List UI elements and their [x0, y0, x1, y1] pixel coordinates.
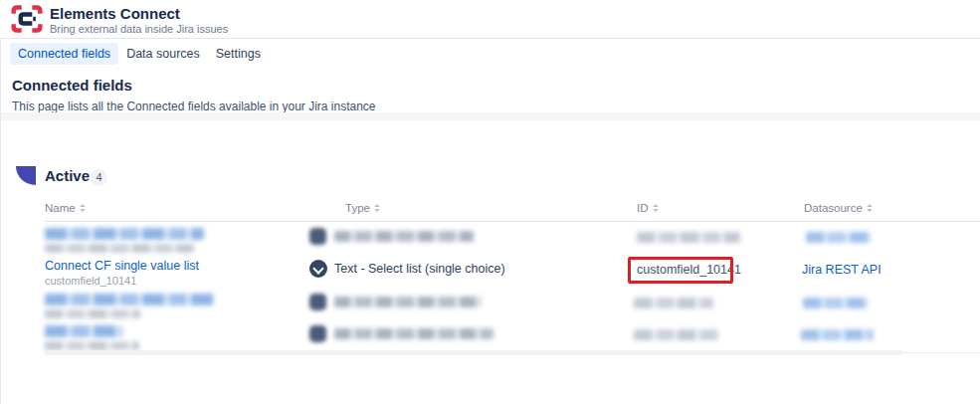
column-header-type[interactable]: Type	[345, 202, 380, 214]
table-row: Connect CF single value list customfield…	[0, 255, 980, 288]
redacted-id-text	[634, 329, 719, 340]
active-flag-icon	[16, 166, 36, 185]
tab-bar: Connected fields Data sources Settings	[1, 39, 980, 68]
table-bottom-divider	[45, 350, 902, 355]
redacted-field-name-link[interactable]	[45, 294, 214, 305]
table-bottom-divider-line	[902, 352, 980, 353]
field-id-subtext: customfield_10141	[45, 275, 136, 287]
app-tagline: Bring external data inside Jira issues	[50, 23, 228, 35]
tab-data-sources[interactable]: Data sources	[118, 43, 208, 65]
redacted-field-id-subtext	[45, 244, 194, 253]
field-type-icon	[309, 294, 326, 310]
column-header-datasource[interactable]: Datasource	[804, 202, 873, 214]
redacted-type-text	[334, 297, 482, 307]
column-header-id-label: ID	[637, 202, 649, 214]
annotation-highlight-box	[628, 257, 733, 284]
table-row	[0, 288, 980, 320]
section-divider	[1, 112, 980, 120]
active-section-title: Active	[45, 167, 90, 184]
sort-icon	[374, 204, 380, 212]
page-description: This page lists all the Connected fields…	[12, 100, 376, 113]
redacted-datasource-link[interactable]	[803, 298, 869, 308]
elements-connect-logo-icon	[11, 4, 43, 34]
redacted-field-id-subtext	[45, 341, 139, 350]
sort-icon	[867, 204, 873, 212]
column-header-datasource-label: Datasource	[804, 202, 863, 214]
column-header-name[interactable]: Name	[45, 202, 86, 214]
field-name-link[interactable]: Connect CF single value list	[45, 259, 199, 273]
redacted-id-text	[637, 232, 740, 243]
chevron-down-circle-icon	[309, 260, 327, 278]
tab-settings[interactable]: Settings	[208, 43, 269, 65]
app-title: Elements Connect	[50, 5, 180, 22]
redacted-field-name-link[interactable]	[45, 228, 204, 240]
redacted-id-text	[634, 298, 713, 308]
redacted-field-name-link[interactable]	[45, 325, 122, 337]
active-count-badge: 4	[91, 169, 107, 186]
app-header: Elements Connect Bring external data ins…	[0, 0, 980, 38]
datasource-link[interactable]: Jira REST API	[802, 263, 882, 277]
sort-icon	[653, 204, 659, 212]
table-header: Name Type ID Datasource	[0, 202, 980, 221]
redacted-type-text	[334, 328, 493, 339]
tab-connected-fields[interactable]: Connected fields	[10, 43, 118, 65]
field-type-icon	[309, 228, 326, 245]
field-type-icon	[309, 325, 326, 342]
redacted-field-id-subtext	[45, 309, 140, 318]
page-title: Connected fields	[12, 77, 132, 94]
redacted-datasource-link[interactable]	[801, 329, 874, 340]
sort-icon	[80, 204, 86, 212]
redacted-type-text	[334, 231, 474, 242]
column-header-name-label: Name	[45, 202, 76, 214]
column-header-id[interactable]: ID	[637, 202, 659, 214]
table-row	[0, 222, 980, 255]
column-header-type-label: Type	[345, 202, 370, 214]
field-type-text: Text - Select list (single choice)	[334, 262, 505, 276]
redacted-datasource-link[interactable]	[806, 232, 872, 243]
table-row	[0, 319, 980, 350]
